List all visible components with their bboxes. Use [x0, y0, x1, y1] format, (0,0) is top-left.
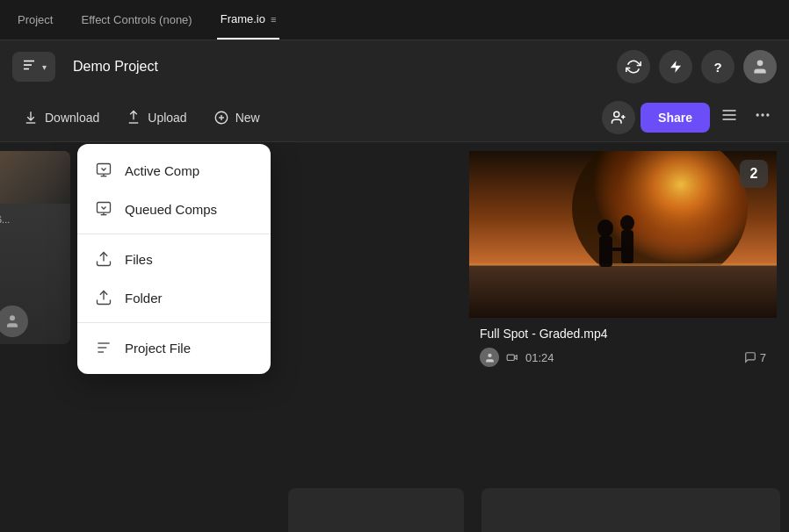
dropdown-menu: Active Comp Queued Comps Files [77, 144, 271, 374]
dropdown-item-queued-comps[interactable]: Queued Comps [77, 190, 271, 228]
main-content: 6... Active Comp [0, 142, 789, 532]
tab-project[interactable]: Project [14, 0, 56, 40]
partial-card-bottom-left [288, 488, 464, 532]
share-button[interactable]: Share [641, 103, 710, 133]
svg-point-14 [756, 113, 759, 116]
tab-menu-icon: ≡ [271, 14, 276, 25]
toolbar: Download Upload New Share [0, 93, 789, 142]
svg-point-16 [766, 113, 769, 116]
partial-card-bottom-right [481, 488, 780, 532]
add-person-button[interactable] [602, 101, 635, 134]
download-button[interactable]: Download [12, 103, 110, 133]
help-icon: ? [713, 60, 721, 75]
user-avatar-small [480, 348, 499, 367]
svg-marker-3 [670, 61, 681, 72]
svg-rect-34 [599, 236, 612, 267]
partial-card-left: 6... [0, 151, 70, 344]
svg-point-4 [757, 61, 764, 67]
list-view-button[interactable] [715, 101, 743, 133]
refresh-button[interactable] [617, 50, 650, 83]
user-avatar-button[interactable] [743, 50, 777, 83]
svg-point-35 [620, 215, 634, 231]
media-info: Full Spot - Graded.mp4 01:24 [469, 318, 777, 377]
comment-count: 7 [744, 351, 766, 364]
project-title: Demo Project [73, 59, 608, 75]
media-meta: 01:24 7 [480, 348, 766, 367]
media-duration: 01:24 [525, 351, 554, 364]
badge-count: 2 [740, 160, 768, 188]
dropdown-divider-2 [77, 322, 271, 323]
tab-frameio[interactable]: Frame.io ≡ [217, 0, 280, 40]
svg-point-33 [597, 219, 613, 237]
media-thumbnail: 2 [469, 151, 777, 318]
svg-rect-36 [621, 230, 633, 263]
project-dropdown[interactable]: ▾ [12, 52, 55, 82]
chevron-down-icon: ▾ [42, 62, 47, 72]
dropdown-item-active-comp[interactable]: Active Comp [77, 151, 271, 190]
svg-point-15 [761, 113, 764, 116]
svg-rect-31 [469, 265, 777, 318]
media-card: 2 Full Spot - Graded.mp4 01:24 [469, 151, 777, 377]
svg-rect-21 [98, 203, 111, 213]
header-actions: ? [617, 50, 777, 83]
lightning-button[interactable] [659, 50, 692, 83]
dropdown-divider-1 [77, 234, 271, 234]
svg-point-38 [488, 353, 491, 356]
tab-bar: Project Effect Controls (none) Frame.io … [0, 0, 789, 40]
upload-button[interactable]: Upload [115, 103, 197, 133]
more-options-button[interactable] [749, 101, 777, 133]
svg-point-8 [614, 111, 619, 117]
video-icon [506, 351, 518, 363]
header-bar: ▾ Demo Project ? [0, 40, 789, 93]
svg-rect-32 [469, 263, 777, 266]
project-filter-icon [21, 57, 37, 76]
dropdown-item-files[interactable]: Files [77, 240, 271, 278]
svg-point-17 [10, 315, 15, 320]
dropdown-item-folder[interactable]: Folder [77, 278, 271, 317]
dropdown-item-project-file[interactable]: Project File [77, 328, 271, 367]
new-button[interactable]: New [203, 103, 271, 133]
svg-rect-39 [507, 355, 514, 360]
tab-effect-controls[interactable]: Effect Controls (none) [77, 0, 195, 40]
media-title: Full Spot - Graded.mp4 [480, 327, 766, 341]
svg-rect-18 [98, 164, 111, 175]
svg-rect-37 [612, 248, 623, 251]
help-button[interactable]: ? [701, 50, 735, 83]
